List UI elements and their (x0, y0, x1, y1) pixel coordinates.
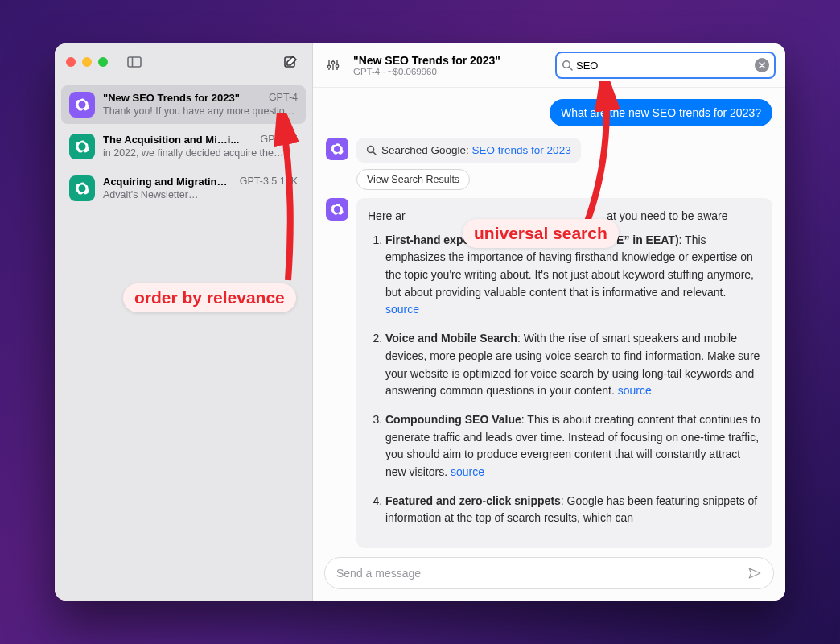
search-input[interactable] (573, 60, 755, 72)
point-title: First-hand experience on a topic (the ne… (385, 233, 679, 246)
conversation-model: GPT-3.5 16K (240, 175, 298, 188)
conversation-model: GPT-4 (269, 92, 298, 104)
conversation-title: "New SEO Trends for 2023" (353, 54, 546, 67)
close-window-button[interactable] (66, 57, 76, 67)
source-link[interactable]: source (451, 465, 484, 478)
send-icon (747, 566, 762, 580)
toggle-sidebar-button[interactable] (124, 52, 145, 72)
app-window: "New SEO Trends for 2023"GPT-4Thank you!… (55, 43, 785, 601)
assistant-avatar (326, 138, 348, 160)
user-message: What are the new SEO trends for 2023? (550, 99, 772, 126)
searched-query-link[interactable]: SEO trends for 2023 (472, 144, 571, 156)
message-input-placeholder: Send a message (336, 567, 747, 580)
conversation-item[interactable]: "New SEO Trends for 2023"GPT-4Thank you!… (61, 85, 306, 124)
intro-after: at you need to be aware (607, 209, 727, 222)
list-item: First-hand experience on a topic (the ne… (385, 232, 761, 319)
openai-icon (75, 139, 89, 154)
conversation-subtitle: GPT-4 · ~$0.069960 (353, 67, 546, 76)
svg-line-12 (373, 152, 376, 155)
search-icon (366, 145, 377, 155)
openai-icon (331, 142, 344, 155)
assistant-avatar (326, 198, 348, 221)
conversation-title: "New SEO Trends for 2023" (103, 92, 240, 104)
search-result-chip: Searched Google: SEO trends for 2023 (356, 138, 581, 163)
point-title: Compounding SEO Value (385, 413, 521, 426)
sidebar-toolbar (55, 43, 312, 80)
main-pane: "New SEO Trends for 2023" GPT-4 · ~$0.06… (313, 43, 785, 601)
assistant-message-row: Here ar XXXXXXXXXXXXXXXXXXXXXXXXXX at yo… (326, 198, 772, 548)
minimize-window-button[interactable] (82, 57, 92, 67)
conversation-model: GPT-3.5 (260, 134, 298, 146)
assistant-search-row: Searched Google: SEO trends for 2023 Vie… (326, 138, 772, 190)
intro-before: Here ar (368, 209, 406, 222)
svg-rect-0 (128, 57, 141, 67)
conversation-preview: in 2022, we finally decided acquire the… (103, 147, 298, 159)
list-item: Featured and zero-click snippets: Google… (385, 493, 761, 527)
svg-line-10 (569, 67, 572, 70)
search-icon (562, 60, 573, 71)
main-toolbar: "New SEO Trends for 2023" GPT-4 · ~$0.06… (313, 43, 785, 88)
traffic-lights (66, 57, 108, 67)
svg-point-8 (336, 64, 338, 67)
conversation-item[interactable]: Acquiring and Migratin…GPT-3.5 16KAdvait… (61, 169, 306, 208)
zoom-window-button[interactable] (98, 57, 108, 67)
openai-icon (75, 97, 89, 112)
openai-icon (75, 181, 89, 196)
chat-messages: What are the new SEO trends for 2023? Se… (313, 88, 785, 549)
conversation-icon (69, 175, 95, 201)
point-title: Voice and Mobile Search (385, 332, 517, 345)
searched-prefix: Searched Google: (381, 144, 472, 156)
conversation-item[interactable]: The Acquisition and Mi…i...GPT-3.5in 202… (61, 127, 306, 166)
view-search-results-button[interactable]: View Search Results (356, 169, 470, 190)
svg-point-4 (327, 65, 330, 68)
source-link[interactable]: source (618, 384, 652, 397)
conversation-icon (69, 92, 95, 118)
compose-icon (283, 55, 298, 69)
close-icon (759, 62, 765, 68)
conversation-icon (69, 134, 95, 159)
conversation-preview: Thank you! If you have any more questio… (103, 105, 298, 117)
sliders-icon (327, 59, 340, 72)
sidebar-icon (127, 56, 142, 68)
search-field[interactable] (555, 52, 776, 79)
point-title: Featured and zero-click snippets (385, 494, 561, 507)
list-item: Compounding SEO Value: This is about cre… (385, 411, 761, 481)
message-input[interactable]: Send a message (324, 557, 774, 589)
composer: Send a message (313, 549, 785, 601)
conversation-title: The Acquisition and Mi…i... (103, 134, 239, 146)
conversation-settings-button[interactable] (323, 55, 344, 76)
source-link[interactable]: source (385, 303, 419, 316)
list-item: Voice and Mobile Search: With the rise o… (385, 330, 761, 400)
conversation-title: Acquiring and Migratin… (103, 175, 228, 188)
conversation-header: "New SEO Trends for 2023" GPT-4 · ~$0.06… (353, 54, 546, 76)
conversation-preview: Advait's Newsletter… (103, 189, 298, 200)
conversation-list: "New SEO Trends for 2023"GPT-4Thank you!… (55, 80, 312, 213)
sidebar: "New SEO Trends for 2023"GPT-4Thank you!… (55, 43, 313, 601)
assistant-message: Here ar XXXXXXXXXXXXXXXXXXXXXXXXXX at yo… (356, 198, 772, 548)
clear-search-button[interactable] (755, 58, 769, 72)
svg-point-6 (331, 61, 334, 64)
new-chat-button[interactable] (280, 52, 301, 72)
openai-icon (331, 203, 344, 216)
